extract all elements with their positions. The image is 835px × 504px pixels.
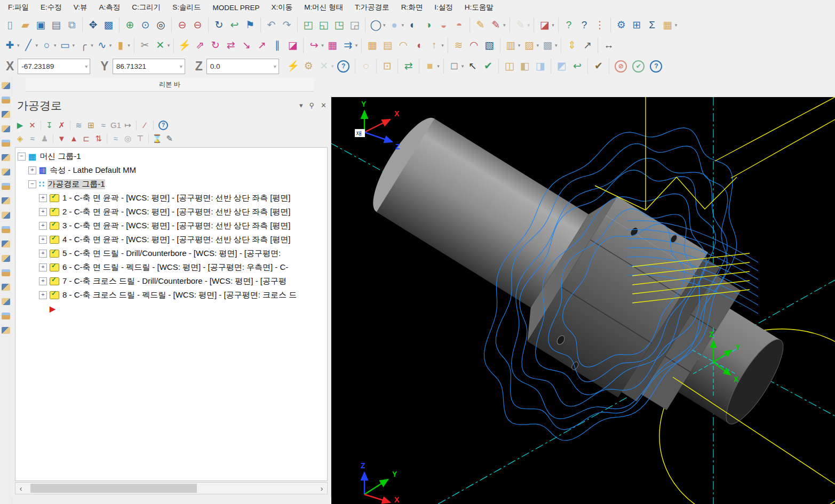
xform-offset-contour-button[interactable]: ∥ (269, 37, 285, 53)
gview-isometric-button[interactable]: ◰ (300, 17, 316, 33)
surface-net-button[interactable]: ▦ (364, 37, 380, 53)
xform-translate-button[interactable]: ⇗ (192, 37, 208, 53)
shading-shaded-button[interactable]: ◑ (420, 17, 436, 33)
tree-item-operation-2[interactable]: +✓2 - C-축 면 윤곽 - [WCS: 평면] - [공구평면: 선반 상… (15, 205, 327, 219)
ghost-operations-button[interactable]: ♟ (38, 131, 51, 147)
pick-face-button[interactable]: ◫ (502, 58, 517, 74)
box-blue-icon[interactable] (2, 241, 10, 247)
select-invert-button[interactable]: ⇄ (401, 58, 416, 74)
collapse-icon[interactable]: − (28, 180, 36, 188)
viewport-3d-canvas[interactable]: Y X Z 재 Z Y X Z Y X (331, 97, 835, 504)
tree-item-operation-5[interactable]: +✓5 - C-축 면 드릴 - Drill/Counterbore - [WC… (15, 246, 327, 260)
menu-transform[interactable]: X:이동 (266, 1, 299, 14)
menu-settings[interactable]: I:설정 (428, 1, 459, 14)
menu-model-prep[interactable]: MODEL PREP (207, 2, 266, 14)
z-coordinate-input[interactable] (207, 62, 268, 71)
fillet-chains-dropdown-icon[interactable]: ▾ (321, 43, 324, 48)
menu-solids[interactable]: S:솔리드 (166, 1, 206, 14)
xform-scale-button[interactable]: ↘ (238, 37, 254, 53)
create-fillet-button[interactable]: ╭▾ (76, 37, 94, 53)
wcs-globe-button[interactable]: ◯▾ (368, 17, 387, 33)
analyze-entity-button[interactable]: ? (561, 17, 577, 33)
xform-stretch-dropdown-icon[interactable]: ▾ (355, 43, 358, 48)
display-options-button[interactable]: ✎ (163, 131, 176, 147)
expand-icon[interactable]: + (39, 291, 47, 299)
select-lasso-button[interactable]: ◌ (358, 58, 373, 74)
surface-flat-button[interactable]: ▤ (380, 37, 395, 53)
gview-front-button[interactable]: ◱ (316, 17, 331, 33)
snap-disable-dropdown-icon[interactable]: ▾ (331, 63, 334, 69)
solid-loft-button[interactable]: ▩▾ (540, 37, 559, 53)
select-inside-button[interactable]: ⊡ (379, 58, 395, 74)
trim-break-button[interactable]: ✂ (137, 37, 153, 53)
pick-back-button[interactable]: ◨ (532, 58, 548, 74)
move-up-button[interactable]: ▲ (68, 131, 80, 147)
tree-item-operation-6[interactable]: +✓6 - C-축 면 드릴 - 펙드릴 - [WCS: 평면] - [공구평면… (15, 260, 327, 274)
autocursor-settings-button[interactable]: ⚙ (301, 58, 316, 74)
xform-project-button[interactable]: ◪ (285, 37, 300, 53)
zoom-window-button[interactable]: ⊕ (122, 17, 138, 33)
select-fill-button[interactable]: ■▾ (422, 58, 441, 74)
scroll-left-arrow-icon[interactable]: ‹ (15, 483, 26, 494)
xform-offset-button[interactable]: ↗ (254, 37, 269, 53)
select-arrow-button[interactable]: ↖ (465, 58, 480, 74)
tree-item-operation-1[interactable]: +✓1 - C-축 면 윤곽 - [WCS: 평면] - [공구평면: 선반 상… (15, 191, 327, 205)
create-cylinder-button[interactable]: ▮▾ (113, 37, 131, 53)
view-previous-button[interactable]: ↩ (227, 17, 242, 33)
gview-wireframe-box-button[interactable]: ◲ (347, 17, 362, 33)
menu-edit[interactable]: E:수정 (35, 1, 68, 14)
command-finder-button[interactable]: ⊞ (629, 17, 645, 33)
select-tool-geometry-button[interactable]: ◎ (122, 131, 134, 147)
move-down-button[interactable]: ▼ (55, 131, 68, 147)
create-rectangle-dropdown-icon[interactable]: ▾ (73, 43, 75, 48)
panel-pin-icon[interactable]: ⚲ (309, 101, 315, 109)
plane-numbered-icon[interactable] (2, 169, 10, 175)
surface-extrude-button[interactable]: ↑▾ (426, 37, 445, 53)
unzoom-button[interactable]: ⊖ (174, 17, 190, 33)
plane-raise-icon[interactable] (2, 226, 10, 233)
analyze-toolpath-button[interactable]: ⋮ (592, 17, 608, 33)
print-button[interactable]: ▤ (49, 17, 64, 33)
plane-cursor-icon[interactable] (2, 125, 10, 132)
create-circle-button[interactable]: ○▾ (39, 37, 58, 53)
horizontal-scrollbar[interactable]: ‹ › (15, 482, 328, 494)
color-manager-dropdown-icon[interactable]: ▾ (675, 22, 678, 28)
chevron-down-icon[interactable]: ▾ (85, 63, 88, 69)
move-insert-button[interactable]: ⊏ (80, 131, 92, 147)
wireframe-pencil-button[interactable]: ✎ (473, 17, 488, 33)
plane-dimension-icon[interactable] (2, 154, 10, 161)
sigma-functions-button[interactable]: Σ (645, 17, 660, 33)
color-manager-button[interactable]: ▦▾ (660, 17, 679, 33)
window-panel-icon[interactable] (2, 298, 10, 305)
plane-flip-icon[interactable] (2, 97, 10, 103)
tree-item-operation-8[interactable]: +✓8 - C-축 크로스 드릴 - 펙드릴 - [WCS: 평면] - [공구… (15, 288, 327, 302)
solid-box-alt-icon[interactable] (2, 197, 10, 204)
chevron-down-icon[interactable]: ▾ (180, 63, 182, 69)
solid-boolean-button[interactable]: ▨▾ (521, 37, 540, 53)
ribbon-bar-strip[interactable]: 리본 바 (26, 78, 314, 92)
create-line-dropdown-icon[interactable]: ▾ (36, 43, 38, 48)
xform-mirror-button[interactable]: ⇄ (223, 37, 238, 53)
plane-section-icon[interactable] (2, 140, 10, 147)
box-target-icon[interactable] (2, 284, 10, 291)
select-window-dropdown-icon[interactable]: ▾ (462, 63, 464, 69)
select-fill-dropdown-icon[interactable]: ▾ (437, 63, 440, 69)
menu-view[interactable]: V:뷰 (68, 1, 93, 14)
tree-item-toolpath-group[interactable]: −∷가공경로 그룹-1 (15, 177, 327, 191)
xform-stretch-button[interactable]: ⇉▾ (340, 37, 359, 53)
dynamic-rotate-button[interactable]: ↻ (211, 17, 227, 33)
undo-button[interactable]: ↶ (264, 17, 279, 33)
menu-help[interactable]: H:도움말 (459, 1, 499, 14)
regen-all-hourglass-button[interactable]: ⌛ (151, 131, 163, 147)
plane-rotate-icon[interactable] (2, 111, 10, 118)
zoom-dynamic-button[interactable]: ◎ (153, 17, 169, 33)
create-spline-button[interactable]: ∿▾ (94, 37, 113, 53)
graphics-viewport[interactable]: Y X Z 재 Z Y X Z Y X (331, 97, 835, 504)
solid-extrude-dropdown-icon[interactable]: ▾ (518, 43, 521, 48)
xform-dynamic-button[interactable]: ⚡ (177, 37, 192, 53)
pick-body-button[interactable]: ◧ (517, 58, 532, 74)
expand-icon[interactable]: + (39, 194, 47, 202)
print-preview-button[interactable]: ⧉ (64, 17, 79, 33)
hide-entity-button[interactable]: ✎▾ (513, 17, 531, 33)
tree-item-properties[interactable]: +▥속성 - Lathe Default MM (15, 163, 327, 177)
